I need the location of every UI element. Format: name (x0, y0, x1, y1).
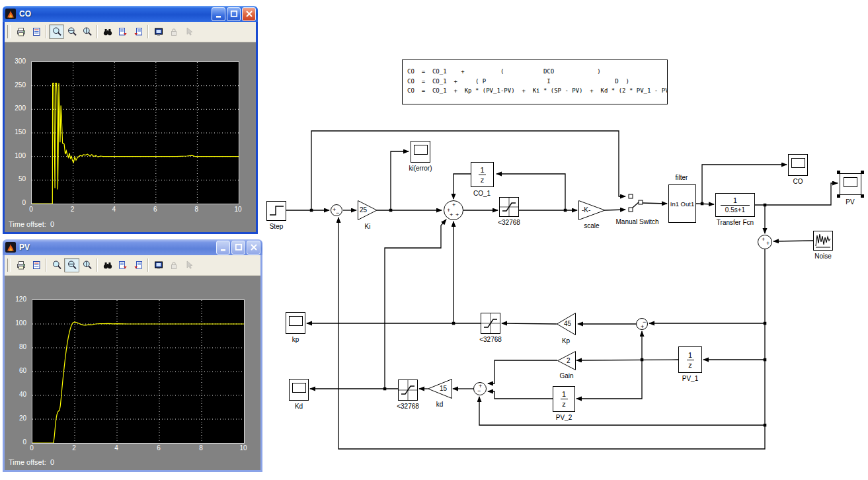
co1-label: CO_1 (465, 190, 498, 197)
equation-line-3: CO = CO_1 + Kp * (PV_1-PV) + Ki * (SP - … (407, 86, 664, 96)
zoom-y-icon (82, 260, 93, 270)
co-window-title: CO (19, 9, 210, 19)
zoom-x-icon (67, 260, 77, 270)
toolbar-separator (147, 259, 149, 272)
co1-unit-delay-block[interactable]: 1z (471, 162, 494, 187)
co-scope-toolbar (5, 22, 256, 42)
scale-gain-block[interactable]: -K- (578, 200, 606, 223)
co-time-offset: Time offset: 0 (9, 220, 54, 228)
signal-selection-icon (184, 26, 194, 37)
selection-handle[interactable] (837, 194, 840, 198)
print-icon (16, 26, 26, 37)
pv1-unit-delay-block[interactable]: 1z (678, 346, 702, 373)
filter-label: filter (665, 174, 698, 181)
ki-gain-block[interactable]: 25 (358, 200, 377, 223)
parameters-button[interactable] (28, 24, 44, 39)
maximize-button[interactable] (227, 7, 241, 21)
pv-scope-block-label: PV (837, 198, 863, 206)
print-button[interactable] (13, 258, 28, 272)
kp-sum-block[interactable]: − + (636, 318, 648, 330)
gain2-block[interactable]: 2 (557, 351, 576, 373)
maximize-button[interactable] (231, 241, 245, 255)
lock-icon (169, 260, 179, 270)
main-sum-block[interactable]: + + + + (444, 200, 463, 220)
minimize-button[interactable] (212, 7, 225, 21)
ki-error-scope-block[interactable] (411, 141, 430, 163)
save-axes-button[interactable] (115, 258, 130, 272)
parameters-icon (31, 26, 42, 37)
signal-selection-button (181, 258, 196, 272)
binoculars-icon (102, 26, 113, 37)
autoscale-button[interactable] (100, 24, 115, 39)
close-button[interactable] (242, 7, 256, 21)
toolbar-separator (46, 25, 47, 38)
saturation-kp-label: <32768 (474, 336, 507, 343)
noise-block[interactable] (813, 231, 833, 251)
parameters-button[interactable] (28, 258, 44, 272)
kd-sum-block[interactable]: + − (473, 382, 487, 395)
selection-handle[interactable] (861, 171, 864, 174)
noise-waveform-icon (814, 231, 832, 250)
manual-switch-lever[interactable] (629, 194, 643, 212)
lock-axes-button (166, 258, 181, 272)
zoom-x-button[interactable] (64, 24, 79, 39)
pv-window-titlebar[interactable]: PV (3, 239, 262, 255)
saturation-kp-block[interactable] (481, 313, 500, 334)
saturation-kd-block[interactable] (398, 380, 418, 401)
kp-gain-label: Kp (553, 337, 579, 344)
kp-gain-block[interactable]: 45 (557, 313, 576, 338)
kd-scope-label: Kd (286, 403, 312, 410)
pid-equation-annotation[interactable]: CO = CO_1 + ( DCO ) CO = CO_1 + ( P I D … (402, 60, 668, 104)
kd-gain-label: kd (430, 401, 450, 408)
minimize-icon (219, 243, 228, 252)
pv-plot-area[interactable] (32, 300, 245, 444)
pv-scope-window: PV (3, 239, 262, 472)
zoom-icon (52, 260, 62, 270)
pv-window-title: PV (19, 243, 215, 252)
noise-label: Noise (810, 253, 836, 260)
signal-selection-icon (184, 260, 194, 270)
selection-handle[interactable] (861, 194, 864, 198)
autoscale-button[interactable] (100, 258, 115, 272)
zoom-button[interactable] (49, 258, 64, 272)
equation-line-2: CO = CO_1 + ( P I D ) (407, 77, 664, 87)
error-sum-block[interactable]: + − (331, 204, 342, 216)
toolbar-separator (46, 259, 47, 272)
restore-axes-button[interactable] (130, 258, 145, 272)
co-scope-block[interactable] (788, 154, 808, 176)
filter-subsystem-block[interactable]: In1 Out1 (668, 184, 696, 223)
saturation-co-block[interactable] (499, 197, 519, 217)
zoom-button[interactable] (49, 24, 64, 39)
close-icon (249, 243, 258, 252)
kd-gain-block[interactable]: 15 (428, 379, 452, 401)
save-axes-button[interactable] (115, 24, 130, 39)
selection-handle[interactable] (837, 171, 840, 174)
transfer-fcn-block[interactable]: 10.5s+1 (715, 193, 755, 217)
zoom-x-button[interactable] (64, 258, 79, 272)
zoom-y-button[interactable] (79, 258, 95, 272)
kp-scope-block[interactable] (286, 312, 305, 334)
minimize-button[interactable] (216, 241, 230, 255)
co-plot-area[interactable] (31, 61, 239, 204)
pv-scope-block[interactable] (840, 173, 861, 195)
co-window-titlebar[interactable]: CO (3, 6, 258, 22)
print-button[interactable] (13, 24, 28, 39)
pv-scope-toolbar (5, 255, 260, 276)
floating-scope-icon (153, 26, 164, 37)
kd-scope-block[interactable] (289, 379, 309, 401)
saturation-kd-label: <32768 (391, 403, 424, 410)
step-block[interactable] (266, 201, 286, 221)
toolbar-separator (97, 259, 98, 272)
pv-y-axis-ticks: 020406080100120 (5, 300, 29, 442)
toolbar-gripper (7, 25, 11, 38)
kp-scope-label: kp (282, 336, 309, 343)
noise-sum-block[interactable]: + + (758, 235, 772, 249)
zoom-y-button[interactable] (79, 24, 95, 39)
close-button[interactable] (247, 241, 260, 255)
pv2-unit-delay-block[interactable]: 1z (553, 386, 575, 412)
pv-time-offset: Time offset: 0 (9, 458, 54, 466)
floating-scope-button[interactable] (151, 258, 166, 272)
floating-scope-button[interactable] (151, 24, 166, 39)
restore-axes-button[interactable] (130, 24, 145, 39)
lock-axes-button (166, 24, 181, 39)
